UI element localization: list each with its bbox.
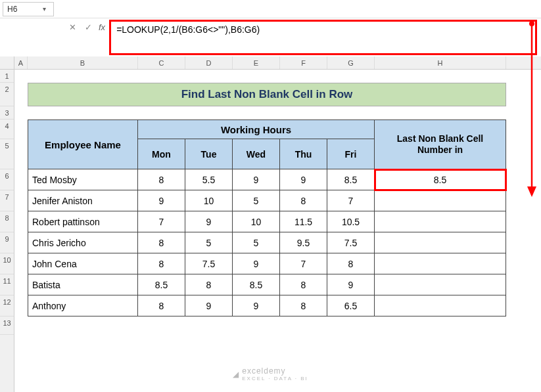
value-cell[interactable]: 8 bbox=[185, 274, 233, 295]
enter-icon[interactable]: ✓ bbox=[83, 22, 93, 32]
value-cell[interactable]: 8 bbox=[138, 232, 185, 253]
formula-bar[interactable]: =LOOKUP(2,1/(B6:G6<>""),B6:G6) bbox=[109, 20, 537, 55]
name-box[interactable]: H6 ▾ bbox=[3, 2, 54, 16]
row-header[interactable]: 1 bbox=[0, 70, 14, 83]
name-box-value: H6 bbox=[7, 5, 17, 14]
value-cell[interactable]: 5 bbox=[233, 190, 280, 211]
value-cell[interactable]: 7 bbox=[327, 190, 375, 211]
fx-label[interactable]: fx bbox=[99, 22, 105, 32]
chevron-down-icon[interactable]: ▾ bbox=[39, 5, 49, 12]
col-header[interactable]: A bbox=[14, 56, 28, 69]
row-headers: 1 2 3 4 5 6 7 8 9 10 11 12 13 bbox=[0, 70, 14, 392]
table-row: Ted Mosby85.5998.58.5 bbox=[28, 169, 506, 190]
employee-header[interactable]: Employee Name bbox=[28, 120, 138, 169]
value-cell[interactable]: 8 bbox=[280, 190, 327, 211]
day-header-wed[interactable]: Wed bbox=[233, 139, 280, 169]
day-header-fri[interactable]: Fri bbox=[327, 139, 375, 169]
value-cell[interactable]: 9 bbox=[185, 211, 233, 232]
row-header[interactable]: 4 bbox=[0, 120, 14, 139]
result-cell[interactable] bbox=[375, 253, 506, 274]
value-cell[interactable]: 7 bbox=[280, 253, 327, 274]
table-row: John Cena87.5978 bbox=[28, 253, 506, 274]
value-cell[interactable]: 9 bbox=[327, 274, 375, 295]
row-header[interactable]: 6 bbox=[0, 169, 14, 190]
value-cell[interactable]: 9 bbox=[280, 169, 327, 190]
employee-name-cell[interactable]: Anthony bbox=[28, 295, 138, 316]
value-cell[interactable]: 9.5 bbox=[280, 232, 327, 253]
last-non-blank-header[interactable]: Last Non Blank Cell Number in bbox=[375, 120, 506, 169]
row-header[interactable]: 7 bbox=[0, 190, 14, 211]
table-row: Chris Jericho8559.57.5 bbox=[28, 232, 506, 253]
logo-icon: ◢ bbox=[233, 370, 239, 379]
value-cell[interactable]: 7 bbox=[138, 211, 185, 232]
employee-name-cell[interactable]: Robert pattinson bbox=[28, 211, 138, 232]
result-cell[interactable] bbox=[375, 211, 506, 232]
value-cell[interactable]: 10 bbox=[185, 190, 233, 211]
col-header[interactable]: B bbox=[28, 56, 138, 69]
result-cell[interactable] bbox=[375, 190, 506, 211]
row-header[interactable]: 10 bbox=[0, 253, 14, 274]
value-cell[interactable]: 8 bbox=[280, 295, 327, 316]
value-cell[interactable]: 9 bbox=[233, 253, 280, 274]
employee-name-cell[interactable]: Ted Mosby bbox=[28, 169, 138, 190]
watermark: ◢ exceldemy EXCEL · DATA · BI bbox=[233, 366, 308, 381]
value-cell[interactable]: 8 bbox=[327, 253, 375, 274]
row-header[interactable]: 9 bbox=[0, 232, 14, 253]
result-cell[interactable]: 8.5 bbox=[375, 169, 506, 190]
value-cell[interactable]: 5 bbox=[233, 232, 280, 253]
value-cell[interactable]: 9 bbox=[185, 295, 233, 316]
value-cell[interactable]: 9 bbox=[233, 169, 280, 190]
formula-text: =LOOKUP(2,1/(B6:G6<>""),B6:G6) bbox=[116, 24, 260, 35]
value-cell[interactable]: 9 bbox=[233, 295, 280, 316]
col-header[interactable]: H bbox=[375, 56, 506, 69]
employee-name-cell[interactable]: John Cena bbox=[28, 253, 138, 274]
value-cell[interactable]: 8.5 bbox=[327, 169, 375, 190]
employee-name-cell[interactable]: Batista bbox=[28, 274, 138, 295]
value-cell[interactable]: 5 bbox=[185, 232, 233, 253]
value-cell[interactable]: 8.5 bbox=[138, 274, 185, 295]
value-cell[interactable]: 8 bbox=[138, 295, 185, 316]
result-cell[interactable] bbox=[375, 232, 506, 253]
row-header[interactable]: 5 bbox=[0, 139, 14, 169]
employee-name-cell[interactable]: Jenifer Aniston bbox=[28, 190, 138, 211]
table-row: Anthony89986.5 bbox=[28, 295, 506, 316]
col-header[interactable]: C bbox=[138, 56, 185, 69]
day-header-mon[interactable]: Mon bbox=[138, 139, 185, 169]
value-cell[interactable]: 6.5 bbox=[327, 295, 375, 316]
value-cell[interactable]: 7.5 bbox=[327, 232, 375, 253]
row-header[interactable]: 11 bbox=[0, 274, 14, 295]
cancel-icon[interactable]: ✕ bbox=[67, 22, 78, 32]
page-title[interactable]: Find Last Non Blank Cell in Row bbox=[28, 83, 506, 106]
result-cell[interactable] bbox=[375, 295, 506, 316]
grid-area[interactable]: Find Last Non Blank Cell in Row Employee… bbox=[14, 70, 541, 392]
day-header-tue[interactable]: Tue bbox=[185, 139, 233, 169]
value-cell[interactable]: 5.5 bbox=[185, 169, 233, 190]
value-cell[interactable]: 8.5 bbox=[233, 274, 280, 295]
row-header[interactable]: 13 bbox=[0, 316, 14, 335]
result-cell[interactable] bbox=[375, 274, 506, 295]
col-header[interactable]: E bbox=[233, 56, 280, 69]
value-cell[interactable]: 8 bbox=[280, 274, 327, 295]
formula-controls: ✕ ✓ fx bbox=[5, 18, 108, 32]
value-cell[interactable]: 10 bbox=[233, 211, 280, 232]
employee-name-cell[interactable]: Chris Jericho bbox=[28, 232, 138, 253]
row-header[interactable]: 2 bbox=[0, 83, 14, 106]
value-cell[interactable]: 8 bbox=[138, 169, 185, 190]
col-header[interactable]: G bbox=[327, 56, 375, 69]
table-row: Jenifer Aniston910587 bbox=[28, 190, 506, 211]
col-header[interactable]: D bbox=[185, 56, 233, 69]
row-header[interactable]: 3 bbox=[0, 106, 14, 120]
top-toolbar: H6 ▾ bbox=[0, 0, 541, 18]
value-cell[interactable]: 7.5 bbox=[185, 253, 233, 274]
row-header[interactable]: 12 bbox=[0, 295, 14, 316]
working-hours-header[interactable]: Working Hours bbox=[138, 120, 375, 139]
value-cell[interactable]: 9 bbox=[138, 190, 185, 211]
value-cell[interactable]: 10.5 bbox=[327, 211, 375, 232]
select-all-corner[interactable] bbox=[0, 56, 14, 70]
watermark-brand: exceldemy bbox=[242, 366, 308, 376]
col-header[interactable]: F bbox=[280, 56, 327, 69]
day-header-thu[interactable]: Thu bbox=[280, 139, 327, 169]
value-cell[interactable]: 8 bbox=[138, 253, 185, 274]
row-header[interactable]: 8 bbox=[0, 211, 14, 232]
value-cell[interactable]: 11.5 bbox=[280, 211, 327, 232]
